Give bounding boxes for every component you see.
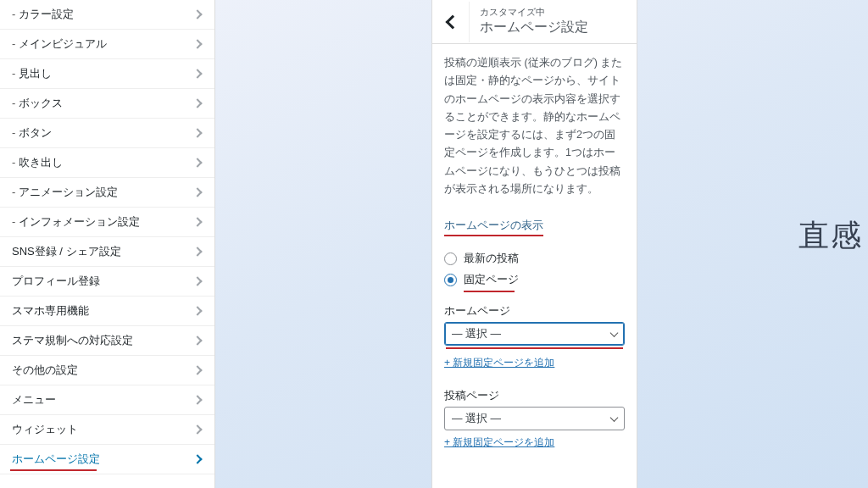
sidebar-item-label: インフォメーション設定 <box>12 214 140 230</box>
sidebar-item-label: スマホ専用機能 <box>12 303 89 319</box>
homepage-select[interactable]: — 選択 — <box>444 322 625 346</box>
chevron-down-icon <box>610 413 619 422</box>
sidebar-item-label: その他の設定 <box>12 363 78 378</box>
add-homepage-link[interactable]: + 新規固定ページを追加 <box>444 356 554 370</box>
customizer-panel-homepage: カスタマイズ中 ホームページ設定 投稿の逆順表示 (従来のブログ) または固定・… <box>431 0 637 488</box>
posts-page-select-label: 投稿ページ <box>444 389 625 403</box>
panel-title-wrap: カスタマイズ中 ホームページ設定 <box>470 3 597 39</box>
sidebar-item-label: ステマ規制への対応設定 <box>12 333 133 348</box>
sidebar-item-menus[interactable]: メニュー <box>0 385 214 415</box>
highlight-underline <box>464 291 515 292</box>
sidebar-item-box[interactable]: ボックス <box>0 89 214 119</box>
sidebar-item-label: 吹き出し <box>12 155 63 170</box>
radio-dot-icon <box>448 277 453 283</box>
select-value: — 選択 — <box>452 412 501 426</box>
chevron-right-icon <box>192 217 202 226</box>
sidebar-item-label: 見出し <box>12 66 52 81</box>
sidebar-item-label: ホームページ設定 <box>12 452 100 467</box>
radio-static-page[interactable]: 固定ページ <box>444 273 625 287</box>
sidebar-item-label: メニュー <box>12 392 56 408</box>
chevron-right-icon <box>192 306 202 315</box>
select-value: — 選択 — <box>452 327 501 341</box>
sidebar-item-profile[interactable]: プロフィール登録 <box>0 267 214 297</box>
homepage-select-label: ホームページ <box>444 304 625 319</box>
panel-description: 投稿の逆順表示 (従来のブログ) または固定・静的なページから、サイトのホームペ… <box>444 54 625 198</box>
chevron-right-icon <box>192 247 202 256</box>
chevron-right-icon <box>192 98 202 108</box>
sidebar-item-color[interactable]: カラー設定 <box>0 0 214 30</box>
sidebar-item-balloon[interactable]: 吹き出し <box>0 148 214 178</box>
chevron-right-icon <box>192 424 202 434</box>
chevron-right-icon <box>192 128 202 137</box>
sidebar-item-widgets[interactable]: ウィジェット <box>0 415 214 445</box>
sidebar-item-label: アニメーション設定 <box>12 185 118 200</box>
radio-label: 固定ページ <box>464 273 519 287</box>
chevron-right-icon <box>192 187 202 197</box>
chevron-right-icon <box>192 454 202 463</box>
chevron-right-icon <box>192 69 202 78</box>
sidebar-item-animation[interactable]: アニメーション設定 <box>0 178 214 208</box>
sidebar-item-mobile[interactable]: スマホ専用機能 <box>0 297 214 326</box>
sidebar-item-sns[interactable]: SNS登録 / シェア設定 <box>0 237 214 267</box>
section-heading-display: ホームページの表示 <box>444 219 543 236</box>
sidebar-item-label: カラー設定 <box>12 7 74 22</box>
chevron-right-icon <box>192 39 202 48</box>
chevron-right-icon <box>192 158 202 167</box>
chevron-right-icon <box>192 336 202 345</box>
sidebar-item-label: ボックス <box>12 96 63 111</box>
panel-title: ホームページ設定 <box>480 19 588 36</box>
panel-header: カスタマイズ中 ホームページ設定 <box>432 0 637 44</box>
chevron-down-icon <box>610 329 619 337</box>
sidebar-item-stealth-marketing[interactable]: ステマ規制への対応設定 <box>0 326 214 356</box>
radio-icon <box>444 252 457 265</box>
sidebar-item-information[interactable]: インフォメーション設定 <box>0 208 214 237</box>
chevron-left-icon <box>445 14 459 29</box>
sidebar-item-label: ウィジェット <box>12 422 78 437</box>
customizer-sidebar: カラー設定 メインビジュアル 見出し ボックス ボタン 吹き出し アニメーション… <box>0 0 215 488</box>
sidebar-item-label: SNS登録 / シェア設定 <box>12 244 121 259</box>
sidebar-item-label: ボタン <box>12 125 52 141</box>
radio-icon <box>444 274 457 286</box>
highlight-underline <box>446 347 623 349</box>
chevron-right-icon <box>192 365 202 374</box>
sidebar-item-main-visual[interactable]: メインビジュアル <box>0 30 214 59</box>
sidebar-item-label: プロフィール登録 <box>12 274 100 289</box>
sidebar-item-label: メインビジュアル <box>12 36 107 52</box>
posts-page-select[interactable]: — 選択 — <box>444 407 625 430</box>
sidebar-item-heading[interactable]: 見出し <box>0 59 214 89</box>
add-posts-page-link[interactable]: + 新規固定ページを追加 <box>444 435 554 450</box>
radio-latest-posts[interactable]: 最新の投稿 <box>444 252 625 266</box>
radio-label: 最新の投稿 <box>464 252 519 266</box>
sidebar-item-button[interactable]: ボタン <box>0 119 214 148</box>
sidebar-item-other[interactable]: その他の設定 <box>0 356 214 385</box>
sidebar-item-homepage-settings[interactable]: ホームページ設定 <box>0 445 214 474</box>
panel-breadcrumb: カスタマイズ中 <box>480 7 588 18</box>
back-button[interactable] <box>432 2 470 42</box>
chevron-right-icon <box>192 9 202 19</box>
chevron-right-icon <box>192 395 202 404</box>
panel-body: 投稿の逆順表示 (従来のブログ) または固定・静的なページから、サイトのホームペ… <box>432 44 637 467</box>
chevron-right-icon <box>192 276 202 286</box>
highlight-underline <box>10 469 97 471</box>
